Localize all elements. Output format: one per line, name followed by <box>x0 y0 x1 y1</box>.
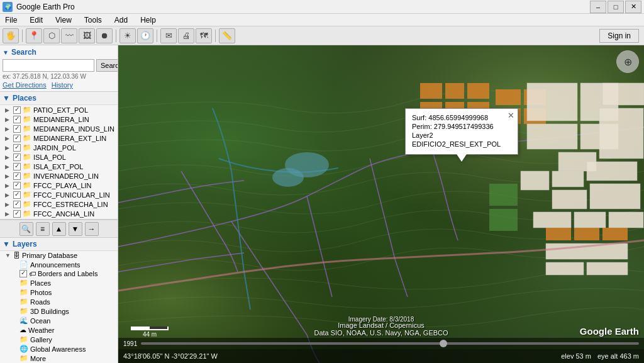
places-panel: ▼ Places ▶📁PATIO_EXT_POL▶📁MEDIANERA_LIN▶… <box>0 92 118 220</box>
toolbar-move[interactable]: 🖐 <box>3 28 19 43</box>
map-area[interactable]: ✕ Surf: 4856.65994999968 Perim: 279.9495… <box>118 45 644 363</box>
layer-item[interactable]: 📁3D Buildings <box>0 306 118 316</box>
compass-control[interactable]: ⊕ <box>616 50 639 73</box>
sidebar-arrow-icon[interactable]: → <box>85 222 99 236</box>
elevation-display: elev 53 m <box>561 352 591 360</box>
menu-add[interactable]: Add <box>112 15 130 25</box>
layer-item[interactable]: 📁Roads <box>0 297 118 306</box>
folder-icon: 📁 <box>23 106 31 114</box>
places-item[interactable]: ▶📁FFCC_FUNICULAR_LIN <box>0 190 118 199</box>
search-button[interactable]: Search <box>96 59 118 72</box>
menu-tools[interactable]: Tools <box>82 15 104 25</box>
tooltip-building: EDIFICIO2_RESI_EXT_POL <box>412 140 511 148</box>
svg-rect-34 <box>546 262 584 275</box>
item-checkbox[interactable] <box>13 116 21 123</box>
item-checkbox[interactable] <box>13 144 21 152</box>
toolbar-sun[interactable]: ☀ <box>119 28 136 43</box>
places-item[interactable]: ▶📁PATIO_EXT_POL <box>0 105 118 114</box>
search-label: Search <box>11 48 36 57</box>
svg-point-39 <box>272 168 304 187</box>
history-link[interactable]: History <box>52 81 73 89</box>
tooltip-close-button[interactable]: ✕ <box>508 111 514 120</box>
places-triangle-icon: ▼ <box>3 94 10 103</box>
places-item[interactable]: ▶📁JARDIN_POL <box>0 143 118 152</box>
sidebar-zoom-icon[interactable]: 🔍 <box>19 222 33 236</box>
layers-list: ▼🗄Primary Database📄Announcements🏷Borders… <box>0 251 118 363</box>
layer-item[interactable]: 📁Gallery <box>0 335 118 344</box>
close-button[interactable]: ✕ <box>625 1 641 13</box>
menu-bar: File Edit View Tools Add Help <box>0 14 644 26</box>
toolbar: 🖐 📍 ⬡ 〰 🖼 ⏺ ☀ 🕐 ✉ 🖨 🗺 📏 Sign in <box>0 26 644 45</box>
toolbar-record[interactable]: ⏺ <box>96 28 113 43</box>
search-coords: ex: 37.25.818 N, 122.03.36 W <box>3 73 115 80</box>
menu-file[interactable]: File <box>3 15 19 25</box>
menu-help[interactable]: Help <box>138 15 158 25</box>
item-checkbox[interactable] <box>13 210 21 218</box>
places-item[interactable]: ▶📁FFCC_PLAYA_LIN <box>0 181 118 190</box>
layer-item[interactable]: 🌐Global Awareness <box>0 344 118 354</box>
toolbar-measure[interactable]: 📏 <box>219 28 235 43</box>
places-header[interactable]: ▼ Places <box>0 92 118 105</box>
svg-rect-2 <box>467 83 489 99</box>
svg-rect-0 <box>420 83 442 99</box>
layer-label: Places <box>30 279 51 287</box>
toolbar-polygon[interactable]: ⬡ <box>43 28 60 43</box>
places-item[interactable]: ▶📁FFCC_ANCHA_LIN <box>0 209 118 218</box>
sidebar-down-icon[interactable]: ▼ <box>69 222 82 236</box>
places-item[interactable]: ▶📁MEDIANERA_LIN <box>0 114 118 124</box>
item-checkbox[interactable] <box>13 154 21 161</box>
layer-item[interactable]: 📁Places <box>0 278 118 288</box>
layer-item[interactable]: 📁Photos <box>0 288 118 297</box>
svg-rect-30 <box>546 228 571 240</box>
layer-item[interactable]: 🌊Ocean <box>0 316 118 325</box>
layer-checkbox[interactable] <box>19 270 27 277</box>
timeline-slider[interactable] <box>141 342 639 345</box>
item-checkbox[interactable] <box>13 201 21 208</box>
item-checkbox[interactable] <box>13 135 21 142</box>
item-checkbox[interactable] <box>13 106 21 114</box>
places-item[interactable]: ▶📁FFCC_ESTRECHA_LIN <box>0 199 118 209</box>
toolbar-print[interactable]: 🖨 <box>178 28 194 43</box>
svg-rect-37 <box>489 209 518 231</box>
search-header[interactable]: ▼ Search <box>3 48 115 57</box>
minimize-button[interactable]: – <box>590 1 606 13</box>
get-directions-link[interactable]: Get Directions <box>3 81 47 89</box>
item-checkbox[interactable] <box>13 172 21 180</box>
sign-in-button[interactable]: Sign in <box>599 29 639 43</box>
expand-arrow-icon: ▶ <box>5 145 11 151</box>
item-checkbox[interactable] <box>13 125 21 133</box>
search-input[interactable] <box>3 59 94 72</box>
places-item[interactable]: ▶📁MEDIANERA_INDUS_LIN <box>0 124 118 133</box>
toolbar-email[interactable]: ✉ <box>160 28 177 43</box>
svg-rect-17 <box>527 124 577 149</box>
places-item[interactable]: ▶📁MEDIANERA_EXT_LIN <box>0 133 118 143</box>
sidebar-up-icon[interactable]: ▲ <box>52 222 66 236</box>
sep1 <box>22 30 23 42</box>
item-checkbox[interactable] <box>13 182 21 189</box>
places-item[interactable]: ▶📁ISLA_EXT_POL <box>0 162 118 171</box>
menu-edit[interactable]: Edit <box>27 15 45 25</box>
expand-arrow-icon: ▶ <box>5 154 11 160</box>
layer-item[interactable]: 📄Announcements <box>0 260 118 269</box>
toolbar-path[interactable]: 〰 <box>61 28 77 43</box>
toolbar-time[interactable]: 🕐 <box>137 28 153 43</box>
toolbar-overlay[interactable]: 🖼 <box>79 28 95 43</box>
menu-view[interactable]: View <box>53 15 74 25</box>
sidebar-list-icon[interactable]: ≡ <box>36 222 50 236</box>
layers-header[interactable]: ▼ Layers <box>0 238 118 251</box>
places-item[interactable]: ▶📁ISLA_POL <box>0 152 118 162</box>
layer-item[interactable]: 📁More <box>0 354 118 363</box>
layer-type-icon: 📁 <box>19 288 28 296</box>
toolbar-placemark[interactable]: 📍 <box>26 28 42 43</box>
timeline-bar[interactable]: 1991 <box>118 338 644 349</box>
timeline-handle[interactable] <box>440 340 447 347</box>
layer-item[interactable]: ☁Weather <box>0 325 118 335</box>
toolbar-map[interactable]: 🗺 <box>196 28 212 43</box>
places-item[interactable]: ▶📁INVERNADERO_LIN <box>0 171 118 181</box>
item-checkbox[interactable] <box>13 163 21 170</box>
layer-item[interactable]: ▼🗄Primary Database <box>0 251 118 260</box>
layer-item[interactable]: 🏷Borders and Labels <box>0 269 118 278</box>
maximize-button[interactable]: □ <box>608 1 624 13</box>
folder-icon: 📁 <box>23 191 31 199</box>
item-checkbox[interactable] <box>13 191 21 199</box>
